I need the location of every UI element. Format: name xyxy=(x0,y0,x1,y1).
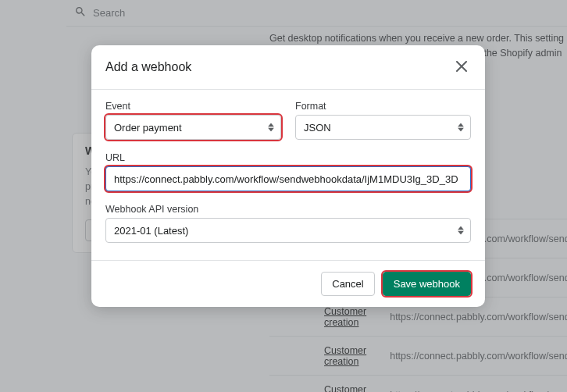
event-label: Event xyxy=(105,101,281,112)
add-webhook-modal: Add a webhook Event Order payment xyxy=(91,45,485,307)
format-label: Format xyxy=(295,101,471,112)
format-select[interactable]: JSON xyxy=(295,115,471,140)
event-select[interactable]: Order payment xyxy=(105,115,281,140)
format-select-input[interactable]: JSON xyxy=(296,116,470,139)
api-version-label: Webhook API version xyxy=(105,204,471,215)
api-version-select[interactable]: 2021-01 (Latest) xyxy=(105,218,471,243)
api-version-select-input[interactable]: 2021-01 (Latest) xyxy=(106,219,470,242)
close-button[interactable] xyxy=(452,58,471,77)
url-input[interactable] xyxy=(106,167,470,191)
cancel-button[interactable]: Cancel xyxy=(321,272,374,296)
url-label: URL xyxy=(105,152,471,163)
url-input-wrap[interactable] xyxy=(105,166,471,191)
modal-title: Add a webhook xyxy=(105,60,191,74)
event-select-input[interactable]: Order payment xyxy=(106,116,280,139)
close-icon xyxy=(456,61,467,74)
save-webhook-button[interactable]: Save webhook xyxy=(383,272,471,296)
